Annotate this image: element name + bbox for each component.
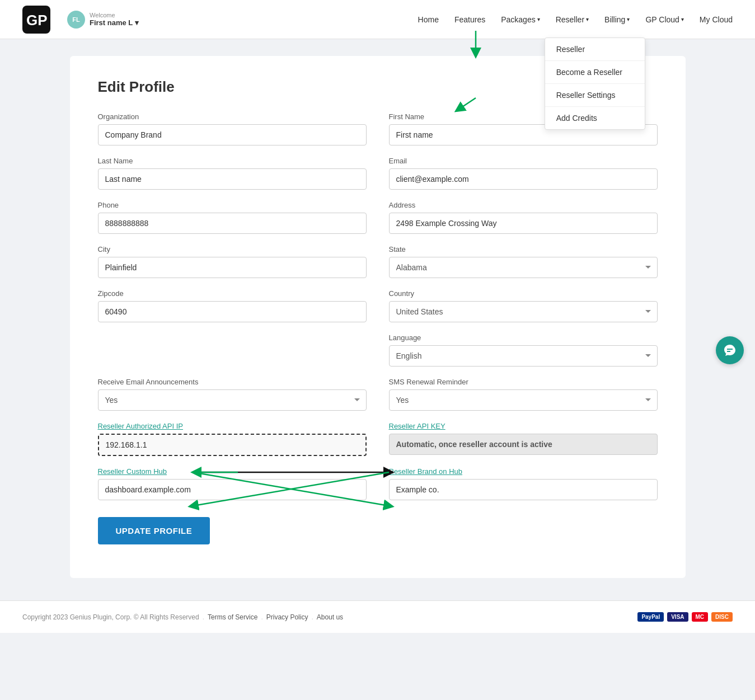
language-select[interactable]: English Spanish [389,345,658,367]
reseller-arrow: ▾ [586,16,589,22]
reseller-hub-group: Reseller Custom Hub [98,467,367,500]
language-label: Language [389,333,658,342]
country-label: Country [389,289,658,298]
email-announcements-label: Receive Email Announcements [98,378,367,386]
dropdown-add-credits[interactable]: Add Credits [545,107,645,129]
zipcode-group: Zipcode [98,289,367,322]
state-label: State [389,245,658,253]
zipcode-label: Zipcode [98,289,367,298]
svg-text:GP: GP [26,12,48,29]
payment-icons: PayPal VISA MC DISC [637,612,733,622]
user-dropdown-arrow: ▾ [135,18,139,27]
spacer-group [98,333,367,367]
footer-terms[interactable]: Terms of Service [208,613,257,621]
reseller-api-ip-label[interactable]: Reseller Authorized API IP [98,422,367,430]
state-group: State Alabama Alaska Arizona [389,245,658,278]
phone-label: Phone [98,201,367,209]
sms-reminder-group: SMS Renewal Reminder Yes No [389,378,658,411]
user-initials: FL [72,16,79,23]
footer-about[interactable]: About us [317,613,343,621]
dropdown-reseller[interactable]: Reseller [545,38,645,61]
language-group: Language English Spanish [389,333,658,367]
reseller-api-key-input [389,434,658,455]
header: GP FL Welcome First name L ▾ Home Featur… [0,0,755,39]
country-select[interactable]: United States Canada [389,301,658,322]
phone-group: Phone [98,201,367,234]
nav-reseller-container: Reseller ▾ Reseller Become a Reseller Re… [556,15,589,24]
footer: Copyright 2023 Genius Plugin, Corp. © Al… [0,600,755,633]
city-label: City [98,245,367,253]
footer-copyright: Copyright 2023 Genius Plugin, Corp. © Al… [22,613,199,621]
reseller-hub-label[interactable]: Reseller Custom Hub [98,467,367,476]
profile-form: Organization First Name Last Name Email [98,112,658,500]
nav-reseller[interactable]: Reseller ▾ [556,15,589,24]
user-avatar: FL [67,11,85,29]
visa-icon: VISA [667,612,688,622]
discover-icon: DISC [711,612,733,622]
sms-reminder-label: SMS Renewal Reminder [389,378,658,386]
main-nav: Home Features Packages ▾ Reseller ▾ Rese… [161,15,733,24]
packages-arrow: ▾ [537,16,540,22]
email-group: Email [389,157,658,190]
organization-label: Organization [98,112,367,121]
city-input[interactable] [98,257,367,278]
user-name-display: First name L ▾ [90,18,139,27]
last-name-label: Last Name [98,157,367,165]
nav-packages[interactable]: Packages ▾ [501,15,540,24]
organization-input[interactable] [98,124,367,145]
reseller-api-ip-group: Reseller Authorized API IP [98,422,367,456]
address-group: Address [389,201,658,234]
nav-features[interactable]: Features [454,15,485,24]
reseller-api-key-group: Reseller API KEY [389,422,658,456]
update-profile-button[interactable]: UPDATE PROFILE [98,517,210,544]
email-input[interactable] [389,168,658,190]
last-name-input[interactable] [98,168,367,190]
last-name-group: Last Name [98,157,367,190]
reseller-api-ip-input[interactable] [98,434,367,456]
user-badge[interactable]: FL Welcome First name L ▾ [67,11,139,29]
state-select[interactable]: Alabama Alaska Arizona [389,257,658,278]
chat-button[interactable] [716,336,744,364]
address-label: Address [389,201,658,209]
nav-my-cloud[interactable]: My Cloud [700,15,733,24]
reseller-brand-input[interactable] [389,479,658,500]
zipcode-input[interactable] [98,301,367,322]
user-info: Welcome First name L ▾ [90,12,139,27]
form-actions: UPDATE PROFILE [98,500,658,544]
email-label: Email [389,157,658,165]
footer-privacy[interactable]: Privacy Policy [266,613,308,621]
organization-group: Organization [98,112,367,145]
nav-gp-cloud[interactable]: GP Cloud ▾ [645,15,683,24]
city-group: City [98,245,367,278]
nav-billing[interactable]: Billing ▾ [604,15,630,24]
dropdown-become-reseller[interactable]: Become a Reseller [545,61,645,84]
phone-input[interactable] [98,213,367,234]
reseller-brand-group: Reseller Brand on Hub [389,467,658,500]
dropdown-reseller-settings[interactable]: Reseller Settings [545,84,645,107]
email-announcements-select[interactable]: Yes No [98,389,367,411]
page-wrapper: GP FL Welcome First name L ▾ Home Featur… [0,0,755,633]
nav-home[interactable]: Home [418,15,439,24]
user-welcome-label: Welcome [90,12,139,18]
email-announcements-group: Receive Email Announcements Yes No [98,378,367,411]
country-group: Country United States Canada [389,289,658,322]
billing-arrow: ▾ [627,16,630,22]
reseller-hub-input[interactable] [98,479,367,500]
reseller-brand-label[interactable]: Reseller Brand on Hub [389,467,658,476]
mastercard-icon: MC [692,612,709,622]
footer-links: Copyright 2023 Genius Plugin, Corp. © Al… [22,613,343,621]
reseller-dropdown: Reseller Become a Reseller Reseller Sett… [545,37,645,130]
gp-cloud-arrow: ▾ [681,16,684,22]
logo[interactable]: GP [22,6,50,34]
sms-reminder-select[interactable]: Yes No [389,389,658,411]
paypal-icon: PayPal [637,612,664,622]
reseller-api-key-label[interactable]: Reseller API KEY [389,422,658,430]
address-input[interactable] [389,213,658,234]
main-content: Edit Profile Organization First Name Las… [70,56,686,578]
